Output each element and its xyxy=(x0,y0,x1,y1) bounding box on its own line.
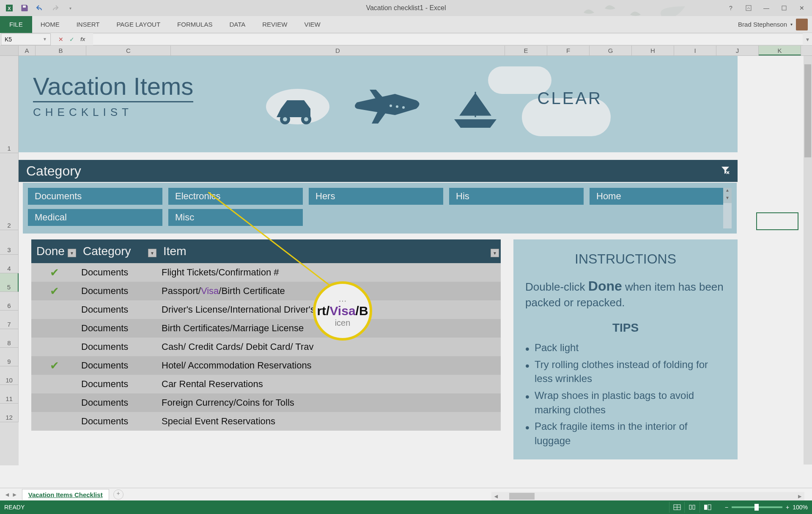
row-header-3[interactable]: 3 xyxy=(0,230,19,255)
zoom-level[interactable]: 100% xyxy=(793,504,808,511)
fx-icon[interactable]: fx xyxy=(80,36,85,42)
maximize-icon[interactable] xyxy=(778,3,790,13)
zoom-slider[interactable] xyxy=(732,506,782,508)
col-header-b[interactable]: B xyxy=(36,46,86,55)
scroll-right-icon[interactable]: ► xyxy=(797,493,803,500)
page-layout-view-icon[interactable] xyxy=(684,502,700,513)
normal-view-icon[interactable] xyxy=(669,502,684,513)
cell-category[interactable]: Documents xyxy=(78,379,158,390)
cell-category[interactable]: Documents xyxy=(78,397,158,408)
table-row[interactable]: DocumentsForeign Currency/Coins for Toll… xyxy=(31,393,501,412)
th-done[interactable]: Done▼ xyxy=(31,245,78,258)
row-header-4[interactable]: 4 xyxy=(0,255,19,273)
table-row[interactable]: DocumentsCash/ Credit Cards/ Debit Card/… xyxy=(31,338,501,356)
filter-dropdown-icon[interactable]: ▼ xyxy=(148,249,156,257)
tab-page-layout[interactable]: PAGE LAYOUT xyxy=(108,16,169,33)
qat-customize-icon[interactable]: ▾ xyxy=(64,2,76,14)
slicer-misc[interactable]: Misc xyxy=(168,209,303,226)
cell-category[interactable]: Documents xyxy=(78,341,158,352)
scrollbar-thumb[interactable] xyxy=(804,64,811,157)
name-box[interactable]: K5 ▼ xyxy=(1,33,51,45)
undo-icon[interactable] xyxy=(34,2,46,14)
col-header-a[interactable]: A xyxy=(19,46,36,55)
cell-category[interactable]: Documents xyxy=(78,360,158,371)
slicer-medical[interactable]: Medical xyxy=(28,209,162,226)
sheet-tab-active[interactable]: Vacation Items Checklist xyxy=(22,489,109,500)
tab-formulas[interactable]: FORMULAS xyxy=(169,16,221,33)
row-header-10[interactable]: 10 xyxy=(0,366,19,385)
row-header-6[interactable]: 6 xyxy=(0,292,19,311)
vertical-scrollbar[interactable] xyxy=(804,56,812,465)
table-row[interactable]: ✔DocumentsFlight Tickets/Confirmation # xyxy=(31,263,501,282)
sheet-nav-next-icon[interactable]: ► xyxy=(12,491,18,498)
row-header-9[interactable]: 9 xyxy=(0,348,19,366)
minimize-icon[interactable]: — xyxy=(760,3,772,13)
cell-done[interactable]: ✔ xyxy=(31,285,78,298)
cell-category[interactable]: Documents xyxy=(78,416,158,427)
scrollbar-thumb[interactable] xyxy=(509,493,535,500)
select-all-corner[interactable] xyxy=(0,46,19,55)
slicer-documents[interactable]: Documents xyxy=(28,188,162,205)
tab-review[interactable]: REVIEW xyxy=(254,16,296,33)
visa-hyperlink[interactable]: Visa xyxy=(201,286,219,296)
sheet-nav-prev-icon[interactable]: ◄ xyxy=(4,491,10,498)
col-header-f[interactable]: F xyxy=(547,46,590,55)
cell-done[interactable]: ✔ xyxy=(31,266,78,279)
slicer-electronics[interactable]: Electronics xyxy=(168,188,303,205)
scroll-up-icon[interactable]: ▲ xyxy=(723,188,732,195)
tab-insert[interactable]: INSERT xyxy=(68,16,108,33)
tab-home[interactable]: HOME xyxy=(32,16,68,33)
cell-item[interactable]: Flight Tickets/Confirmation # xyxy=(158,267,501,278)
redo-icon[interactable] xyxy=(49,2,61,14)
name-box-dropdown-icon[interactable]: ▼ xyxy=(43,37,47,41)
row-header-2[interactable]: 2 xyxy=(0,153,19,230)
tab-view[interactable]: VIEW xyxy=(296,16,329,33)
add-sheet-icon[interactable]: + xyxy=(113,489,123,500)
slicer-hers[interactable]: Hers xyxy=(309,188,443,205)
ribbon-display-icon[interactable] xyxy=(743,3,754,13)
cell-item[interactable]: Car Rental Reservations xyxy=(158,379,501,390)
formula-input[interactable] xyxy=(93,33,803,45)
row-header-7[interactable]: 7 xyxy=(0,311,19,329)
scroll-down-icon[interactable]: ▼ xyxy=(723,195,732,203)
slicer-his[interactable]: His xyxy=(449,188,584,205)
col-header-i[interactable]: I xyxy=(674,46,716,55)
cell-category[interactable]: Documents xyxy=(78,323,158,334)
row-header-5[interactable]: 5 xyxy=(0,273,19,292)
cell-item[interactable]: Hotel/ Accommodation Reservations xyxy=(158,360,501,371)
close-icon[interactable]: ✕ xyxy=(796,3,808,13)
cell-item[interactable]: Foreign Currency/Coins for Tolls xyxy=(158,397,501,408)
page-break-view-icon[interactable] xyxy=(700,502,715,513)
tab-file[interactable]: FILE xyxy=(0,16,32,33)
table-row[interactable]: DocumentsCar Rental Reservations xyxy=(31,375,501,393)
col-header-g[interactable]: G xyxy=(590,46,632,55)
row-header-1[interactable]: 1 xyxy=(0,56,19,153)
th-category[interactable]: Category▼ xyxy=(78,245,158,258)
help-icon[interactable]: ? xyxy=(725,3,737,13)
slicer-scrollbar[interactable]: ▲ ▼ xyxy=(723,188,732,228)
slicer-filter-icon[interactable] xyxy=(721,165,730,177)
table-row[interactable]: DocumentsDriver's License/International … xyxy=(31,300,501,319)
cancel-icon[interactable]: ✕ xyxy=(58,36,63,43)
enter-icon[interactable]: ✓ xyxy=(69,36,74,43)
col-header-k[interactable]: K xyxy=(759,46,801,55)
horizontal-scrollbar[interactable]: ◄ ► xyxy=(491,492,804,500)
zoom-in-icon[interactable]: + xyxy=(786,504,789,511)
save-icon[interactable] xyxy=(19,2,30,14)
row-header-12[interactable]: 12 xyxy=(0,404,19,422)
col-header-e[interactable]: E xyxy=(505,46,547,55)
scroll-left-icon[interactable]: ◄ xyxy=(491,493,501,500)
cell-done[interactable]: ✔ xyxy=(31,359,78,372)
table-row[interactable]: DocumentsBirth Certificates/Marriage Lic… xyxy=(31,319,501,338)
filter-dropdown-icon[interactable]: ▼ xyxy=(68,249,76,257)
filter-dropdown-icon[interactable]: ▼ xyxy=(491,249,499,257)
row-header-8[interactable]: 8 xyxy=(0,329,19,348)
col-header-h[interactable]: H xyxy=(632,46,674,55)
table-row[interactable]: ✔DocumentsHotel/ Accommodation Reservati… xyxy=(31,356,501,375)
slicer-home[interactable]: Home xyxy=(590,188,724,205)
cell-category[interactable]: Documents xyxy=(78,267,158,278)
worksheet[interactable]: Vacation Items CHECKLIST CLEAR Category … xyxy=(19,56,812,465)
cell-item[interactable]: Special Event Reservations xyxy=(158,416,501,427)
selected-cell[interactable] xyxy=(756,212,798,230)
col-header-j[interactable]: J xyxy=(716,46,759,55)
